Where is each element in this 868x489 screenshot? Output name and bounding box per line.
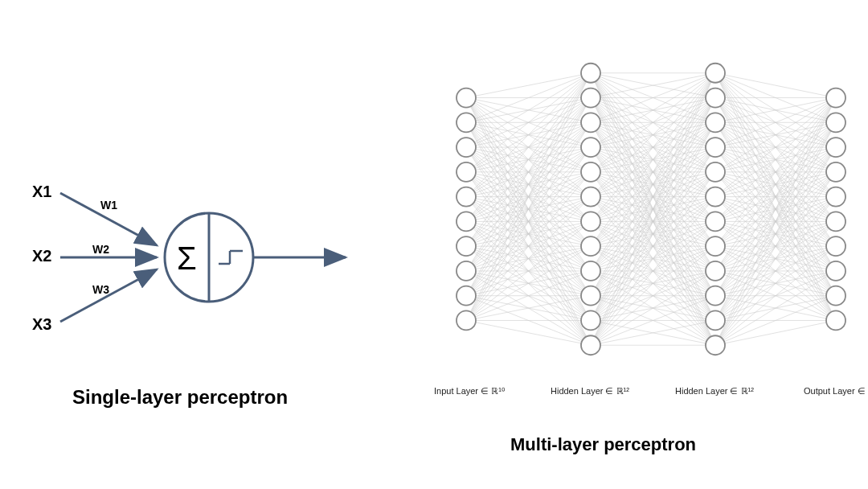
mlp-node xyxy=(457,187,476,207)
svg-line-268 xyxy=(715,73,836,98)
mlp-node xyxy=(581,236,600,256)
mlp-node xyxy=(457,261,476,281)
mlp-node xyxy=(706,310,725,330)
input-arrow-3 xyxy=(60,269,157,322)
mlp-layer-label-1: Input Layer ∈ ℝ¹⁰ xyxy=(434,386,505,397)
mlp-node xyxy=(706,162,725,182)
weight-w1-label: W1 xyxy=(100,199,117,212)
mlp-node xyxy=(706,212,725,231)
mlp-node xyxy=(457,236,476,256)
svg-line-4 xyxy=(466,73,591,98)
mlp-node xyxy=(581,88,600,108)
mlp-node xyxy=(457,88,476,108)
svg-line-381 xyxy=(715,172,836,345)
mlp-node xyxy=(581,138,600,157)
svg-line-76 xyxy=(466,73,591,246)
mlp-node xyxy=(457,310,476,330)
mlp-node xyxy=(706,88,725,108)
mlp-node xyxy=(826,310,845,330)
mlp-node xyxy=(706,261,725,281)
mlp-layer-label-4: Output Layer ∈ xyxy=(804,386,866,397)
mlp-layer-label-2: Hidden Layer ∈ ℝ¹² xyxy=(551,386,629,397)
svg-line-100 xyxy=(466,73,591,296)
weight-w2-label: W2 xyxy=(92,243,109,256)
mlp-node xyxy=(581,335,600,355)
input-x2-label: X2 xyxy=(32,247,51,265)
mlp-layer-label-3: Hidden Layer ∈ ℝ¹² xyxy=(675,386,754,397)
mlp-node xyxy=(581,64,600,83)
mlp-node xyxy=(826,286,845,306)
mlp-node xyxy=(581,162,600,182)
svg-line-379 xyxy=(715,122,836,345)
slp-title: Single-layer perceptron xyxy=(72,386,288,409)
svg-line-387 xyxy=(715,320,836,345)
mlp-node xyxy=(826,261,845,281)
mlp-node xyxy=(581,212,600,231)
mlp-node xyxy=(581,113,600,132)
slp-svg: X1 X2 X3 W1 W2 W3 Σ xyxy=(24,161,370,354)
mlp-node xyxy=(457,162,476,182)
mlp-edges xyxy=(466,73,836,345)
mlp-node xyxy=(457,138,476,157)
mlp-node xyxy=(826,88,845,108)
mlp-node xyxy=(457,212,476,231)
sum-symbol: Σ xyxy=(177,240,197,276)
multi-layer-perceptron-diagram: Input Layer ∈ ℝ¹⁰ Hidden Layer ∈ ℝ¹² Hid… xyxy=(370,0,868,489)
mlp-node xyxy=(826,138,845,157)
mlp-node xyxy=(706,187,725,207)
svg-line-123 xyxy=(466,320,591,345)
mlp-svg xyxy=(370,40,868,378)
mlp-node xyxy=(706,138,725,157)
mlp-title: Multi-layer perceptron xyxy=(510,434,696,455)
input-x1-label: X1 xyxy=(32,183,51,200)
mlp-node xyxy=(826,212,845,231)
single-layer-perceptron-diagram: X1 X2 X3 W1 W2 W3 Σ Sin xyxy=(0,0,370,489)
weight-w3-label: W3 xyxy=(92,283,109,296)
mlp-node xyxy=(706,335,725,355)
mlp-node xyxy=(826,162,845,182)
mlp-node xyxy=(581,261,600,281)
mlp-node xyxy=(706,64,725,83)
mlp-node xyxy=(457,113,476,132)
input-x3-label: X3 xyxy=(32,315,51,333)
mlp-node xyxy=(706,113,725,132)
mlp-node xyxy=(706,286,725,306)
mlp-node xyxy=(826,187,845,207)
mlp-node xyxy=(826,113,845,132)
mlp-node xyxy=(581,187,600,207)
mlp-node xyxy=(581,310,600,330)
mlp-node xyxy=(706,236,725,256)
mlp-node xyxy=(457,286,476,306)
mlp-node xyxy=(826,236,845,256)
mlp-node xyxy=(581,286,600,306)
